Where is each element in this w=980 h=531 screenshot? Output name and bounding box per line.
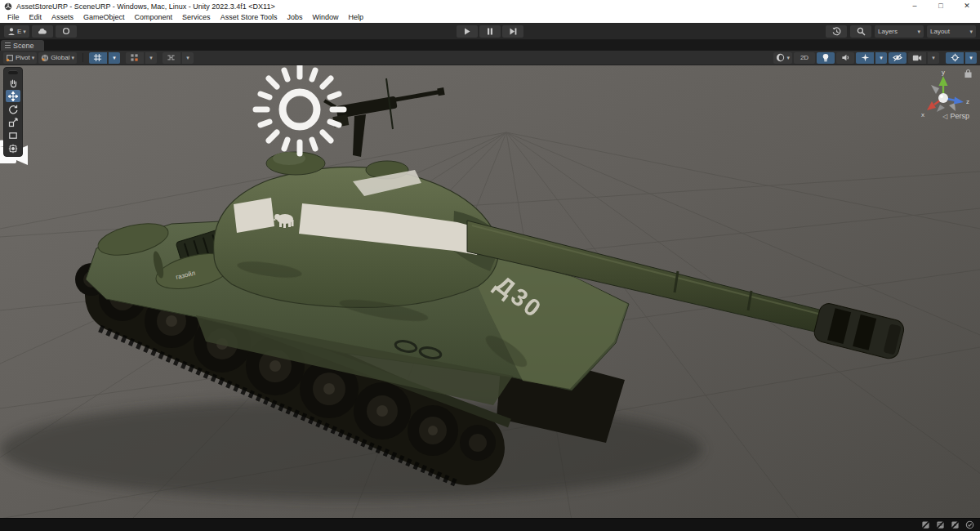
step-icon <box>510 28 517 35</box>
tab-bar: Scene <box>0 40 980 51</box>
global-label: Global <box>51 54 69 61</box>
chevron-down-icon: ▾ <box>71 55 74 60</box>
grid-snap-toggle[interactable] <box>89 52 107 64</box>
layers-dropdown[interactable]: Layers ▾ <box>875 25 924 38</box>
cloud-button[interactable] <box>32 25 53 38</box>
console-error-muted-icon[interactable] <box>951 520 960 529</box>
console-warning-muted-icon[interactable] <box>936 520 945 529</box>
tool-handle-position-dropdown[interactable]: Pivot ▾ <box>3 52 37 64</box>
shading-mode-dropdown[interactable]: ▾ <box>773 52 792 64</box>
minimize-button[interactable]: – <box>902 0 928 12</box>
hand-icon <box>8 78 18 88</box>
services-status-button[interactable] <box>56 25 77 38</box>
pause-button[interactable] <box>479 25 501 38</box>
scene-viewport[interactable]: газойл <box>0 65 980 518</box>
search-icon <box>857 27 866 36</box>
snap-settings-options[interactable]: ▾ <box>182 52 194 64</box>
undo-history-button[interactable] <box>826 25 847 38</box>
maximize-button[interactable]: □ <box>928 0 954 12</box>
play-button[interactable] <box>457 25 478 38</box>
menu-component[interactable]: Component <box>130 12 178 23</box>
chevron-down-icon: ▾ <box>149 55 153 60</box>
menu-file[interactable]: File <box>2 12 24 23</box>
scene-lighting-toggle[interactable] <box>817 52 835 64</box>
chevron-down-icon: ▾ <box>113 55 116 60</box>
chevron-down-icon: ▾ <box>786 55 790 60</box>
effects-options[interactable]: ▾ <box>875 52 887 64</box>
step-button[interactable] <box>502 25 523 38</box>
grid-snap-options[interactable]: ▾ <box>109 52 120 64</box>
scene-tab-label: Scene <box>13 42 34 50</box>
scale-tool-button[interactable] <box>6 116 20 128</box>
snap-settings-toggle[interactable] <box>163 52 180 64</box>
layers-label: Layers <box>878 28 898 35</box>
search-button[interactable] <box>850 25 871 38</box>
status-ring-icon <box>62 27 70 35</box>
light-bulb-icon <box>822 53 830 62</box>
menu-help[interactable]: Help <box>344 12 369 23</box>
unity-editor-window: AssetStoreURP - SceneURP - Windows, Mac,… <box>0 0 980 531</box>
menu-bar: File Edit Assets GameObject Component Se… <box>0 12 980 23</box>
increment-snap-options[interactable]: ▾ <box>145 52 157 64</box>
camera-settings-button[interactable] <box>908 52 926 64</box>
toolbar-separator <box>82 53 83 62</box>
rect-tool-button[interactable] <box>6 129 20 141</box>
account-button[interactable]: E ▾ <box>4 25 29 38</box>
scale-icon <box>8 118 18 127</box>
pause-icon <box>487 28 493 35</box>
projection-label[interactable]: ◁ Persp <box>942 112 969 120</box>
overlay-drag-handle[interactable] <box>8 70 18 74</box>
layout-label: Layout <box>930 28 950 35</box>
transform-tool-button[interactable] <box>6 142 20 154</box>
menu-window[interactable]: Window <box>308 12 344 23</box>
console-info-muted-icon[interactable] <box>921 520 930 529</box>
tool-handle-rotation-dropdown[interactable]: Global ▾ <box>38 52 77 64</box>
account-label: E <box>17 28 21 35</box>
menu-gameobject[interactable]: GameObject <box>78 12 130 23</box>
move-icon <box>8 91 18 101</box>
audio-toggle[interactable] <box>836 52 854 64</box>
rotate-tool-button[interactable] <box>6 103 20 115</box>
scene-visibility-toggle[interactable] <box>889 52 906 64</box>
move-tool-button[interactable] <box>6 90 20 102</box>
menu-assets[interactable]: Assets <box>47 12 78 23</box>
tasks-complete-check-icon[interactable] <box>965 520 974 529</box>
layout-dropdown[interactable]: Layout ▾ <box>927 25 976 38</box>
effects-sparkle-icon <box>861 53 870 62</box>
scene-view-toolbar: Pivot ▾ Global ▾ ▾ <box>0 51 980 65</box>
menu-edit[interactable]: Edit <box>24 12 47 23</box>
play-icon <box>464 28 470 35</box>
axis-y-label: y <box>942 69 945 76</box>
lock-icon[interactable] <box>965 70 971 78</box>
cloud-icon <box>37 27 47 35</box>
speaker-icon <box>841 53 850 62</box>
transform-icon <box>8 144 18 154</box>
magnet-snap-icon <box>167 53 176 62</box>
increment-snap-icon <box>130 53 139 62</box>
axis-z-label: z <box>966 98 969 105</box>
chevron-down-icon: ▾ <box>880 55 883 60</box>
close-button[interactable]: ✕ <box>954 0 980 12</box>
window-title: AssetStoreURP - SceneURP - Windows, Mac,… <box>16 2 275 11</box>
menu-jobs[interactable]: Jobs <box>283 12 308 23</box>
axis-cones[interactable] <box>927 76 964 112</box>
os-titlebar: AssetStoreURP - SceneURP - Windows, Mac,… <box>0 0 980 12</box>
gizmos-options[interactable]: ▾ <box>965 52 977 64</box>
pivot-icon <box>6 54 14 62</box>
2d-label: 2D <box>800 54 808 61</box>
increment-snap-toggle[interactable] <box>126 52 144 64</box>
tab-scene[interactable]: Scene <box>1 40 44 51</box>
2d-toggle[interactable]: 2D <box>794 52 815 64</box>
chevron-down-icon: ▾ <box>186 55 189 60</box>
chevron-down-icon: ▾ <box>969 29 973 34</box>
window-controls: – □ ✕ <box>902 0 980 12</box>
gizmos-toggle[interactable] <box>946 52 964 64</box>
camera-settings-options[interactable]: ▾ <box>928 52 939 64</box>
menu-services[interactable]: Services <box>177 12 216 23</box>
globe-icon <box>41 54 49 62</box>
scene-render[interactable]: газойл <box>0 65 980 518</box>
effects-toggle[interactable] <box>856 52 874 64</box>
menu-asset-store-tools[interactable]: Asset Store Tools <box>216 12 283 23</box>
view-tool-button[interactable] <box>6 77 20 89</box>
shaded-sphere-icon <box>776 53 785 62</box>
